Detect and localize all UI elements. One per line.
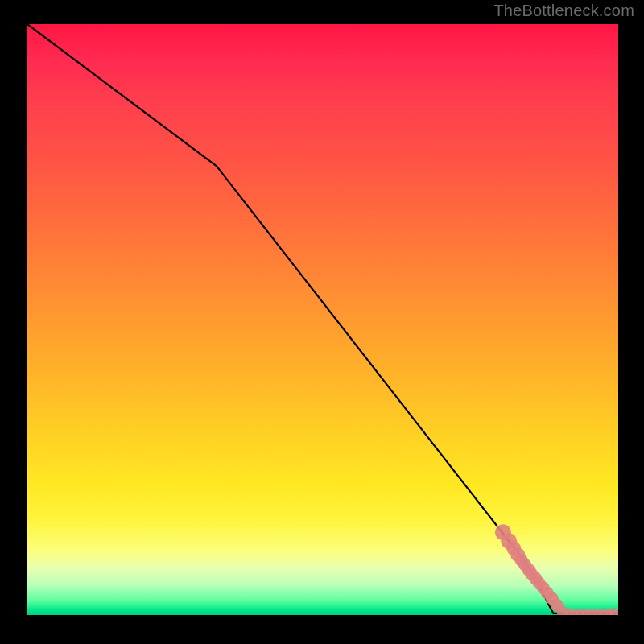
chart-stage: TheBottleneck.com: [0, 0, 644, 644]
curve-line: [27, 24, 618, 613]
plot-area: [27, 24, 618, 615]
chart-overlay: [27, 24, 618, 615]
watermark-text: TheBottleneck.com: [493, 2, 634, 20]
scatter-points: [495, 524, 618, 615]
